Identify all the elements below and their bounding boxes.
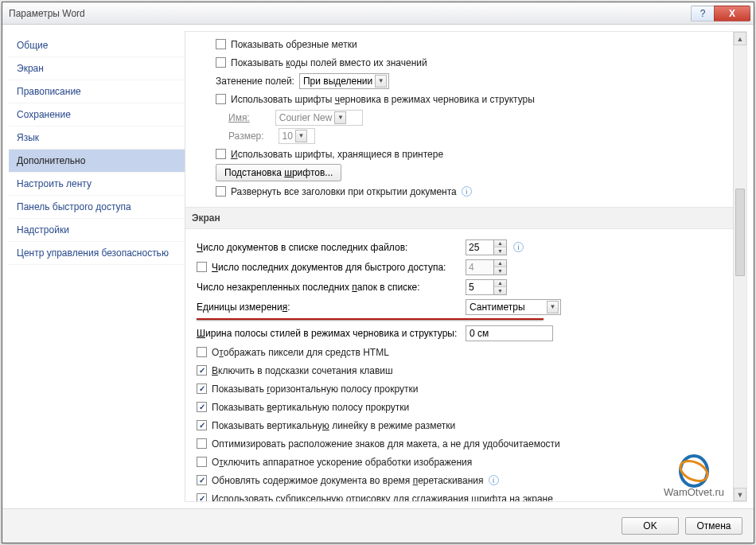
sidebar-item-advanced[interactable]: Дополнительно: [9, 150, 185, 173]
label-units: Единицы измерения:: [197, 302, 459, 313]
label-optimize-layout: Оптимизировать расположение знаков для м…: [212, 438, 560, 450]
spinner-recent-count[interactable]: ▲▼: [466, 239, 507, 255]
chevron-down-icon: ▼: [295, 130, 307, 142]
info-icon[interactable]: i: [489, 475, 499, 485]
checkbox-optimize-layout[interactable]: [197, 438, 207, 449]
label-html-pixels: Отображать пиксели для средств HTML: [212, 347, 389, 358]
spin-up-icon: ▲: [494, 260, 506, 267]
titlebar[interactable]: Параметры Word ? X: [2, 2, 754, 25]
spin-down-icon[interactable]: ▼: [494, 247, 506, 255]
sidebar-item-trust-center[interactable]: Центр управления безопасностью: [9, 242, 185, 265]
input-quick-count: [466, 260, 493, 274]
font-substitution-button[interactable]: Подстановка шрифтов...: [216, 164, 341, 181]
label-font-name: Имя:: [228, 112, 250, 123]
checkbox-drag-update[interactable]: [197, 475, 207, 485]
label-subpixel: Использовать субпиксельную отрисовку для…: [212, 493, 553, 502]
label-crop-marks: Показывать обрезные метки: [231, 39, 357, 50]
label-vruler: Показывать вертикальную линейку в режиме…: [212, 420, 455, 431]
help-button[interactable]: ?: [691, 6, 715, 21]
label-quick-count: Число последних документов для быстрого …: [212, 262, 446, 273]
label-vscroll: Показывать вертикальную полосу прокрутки: [212, 402, 409, 413]
label-draft-font: Использовать шрифты черновика в режимах …: [231, 94, 535, 105]
select-font-size: 10 ▼: [279, 128, 315, 144]
main-panel: Показывать обрезные метки Показывать код…: [185, 31, 747, 502]
sidebar-item-quick-access[interactable]: Панель быстрого доступа: [9, 196, 185, 219]
select-units-value: Сантиметры: [470, 302, 525, 313]
dialog-body: Общие Экран Правописание Сохранение Язык…: [2, 25, 754, 508]
sidebar: Общие Экран Правописание Сохранение Язык…: [9, 31, 185, 502]
label-style-width: Ширина полосы стилей в режимах черновика…: [197, 328, 459, 339]
select-units[interactable]: Сантиметры ▼: [466, 299, 561, 315]
label-folders: Число незакрепленных последних папок в с…: [197, 282, 459, 293]
spinner-quick-count: ▲▼: [466, 259, 507, 275]
checkbox-quick-count[interactable]: [197, 262, 207, 272]
select-field-shading-value: При выделении: [303, 76, 372, 87]
cancel-button[interactable]: Отмена: [685, 517, 742, 535]
checkbox-html-pixels[interactable]: [197, 347, 207, 357]
scroll-thumb[interactable]: [735, 189, 745, 276]
checkbox-field-codes[interactable]: [216, 57, 226, 68]
checkbox-hscroll[interactable]: [197, 383, 207, 394]
sidebar-item-display[interactable]: Экран: [9, 57, 185, 80]
checkbox-printer-fonts[interactable]: [216, 149, 226, 159]
input-recent-count[interactable]: [466, 240, 493, 255]
checkbox-expand-headers[interactable]: [216, 186, 226, 197]
select-field-shading[interactable]: При выделении ▼: [299, 73, 389, 89]
label-hw-accel: Отключить аппаратное ускорение обработки…: [212, 457, 472, 468]
label-field-codes: Показывать коды полей вместо их значений: [231, 57, 427, 68]
section-screen: Экран: [185, 207, 740, 229]
window-title: Параметры Word: [9, 8, 692, 19]
scroll-down-icon[interactable]: ▼: [734, 488, 746, 501]
sidebar-item-save[interactable]: Сохранение: [9, 103, 185, 127]
sidebar-item-addins[interactable]: Надстройки: [9, 219, 185, 242]
input-folders[interactable]: [466, 280, 493, 294]
scroll-content: Показывать обрезные метки Показывать код…: [185, 32, 746, 501]
window-buttons: ? X: [692, 6, 750, 21]
spin-up-icon[interactable]: ▲: [494, 280, 506, 287]
checkbox-vscroll[interactable]: [197, 402, 207, 412]
label-font-size: Размер:: [228, 130, 264, 142]
scroll-up-icon[interactable]: ▲: [734, 32, 746, 45]
select-font-name: Courier New ▼: [275, 110, 363, 126]
label-field-shading: Затенение полей:: [216, 76, 294, 87]
checkbox-vruler[interactable]: [197, 420, 207, 430]
spin-down-icon: ▼: [494, 267, 506, 274]
sidebar-item-language[interactable]: Язык: [9, 127, 185, 150]
info-icon[interactable]: i: [462, 186, 472, 197]
close-button[interactable]: X: [714, 6, 750, 21]
label-hscroll: Показывать горизонтальную полосу прокрут…: [212, 383, 418, 395]
vertical-scrollbar[interactable]: ▲ ▼: [733, 32, 746, 501]
word-options-dialog: Параметры Word ? X Общие Экран Правописа…: [2, 2, 754, 543]
checkbox-crop-marks[interactable]: [216, 39, 226, 49]
label-drag-update: Обновлять содержимое документа во время …: [212, 475, 484, 486]
chevron-down-icon: ▼: [334, 111, 346, 124]
chevron-down-icon: ▼: [375, 75, 387, 88]
select-font-name-value: Courier New: [279, 112, 333, 123]
scroll-track[interactable]: [734, 45, 746, 488]
label-printer-fonts: Использовать шрифты, хранящиеся в принте…: [231, 149, 443, 160]
spin-down-icon[interactable]: ▼: [494, 287, 506, 294]
spin-up-icon[interactable]: ▲: [494, 240, 506, 247]
spinner-folders[interactable]: ▲▼: [466, 279, 507, 295]
chevron-down-icon: ▼: [547, 301, 559, 313]
input-style-width[interactable]: [466, 325, 553, 341]
checkbox-draft-font[interactable]: [216, 94, 226, 104]
label-expand-headers: Развернуть все заголовки при открытии до…: [231, 186, 457, 197]
ok-button[interactable]: OK: [622, 517, 679, 535]
checkbox-hw-accel[interactable]: [197, 457, 207, 467]
select-font-size-value: 10: [283, 130, 293, 142]
info-icon[interactable]: i: [513, 242, 524, 252]
checkbox-tooltips-keys[interactable]: [197, 365, 207, 376]
highlight-line: [197, 318, 544, 320]
dialog-footer: OK Отмена: [2, 508, 754, 543]
sidebar-item-customize-ribbon[interactable]: Настроить ленту: [9, 173, 185, 196]
sidebar-item-proofing[interactable]: Правописание: [9, 80, 185, 103]
sidebar-item-general[interactable]: Общие: [9, 34, 185, 57]
checkbox-subpixel[interactable]: [197, 493, 207, 501]
label-tooltips-keys: Включить в подсказки сочетания клавиш: [212, 365, 393, 376]
